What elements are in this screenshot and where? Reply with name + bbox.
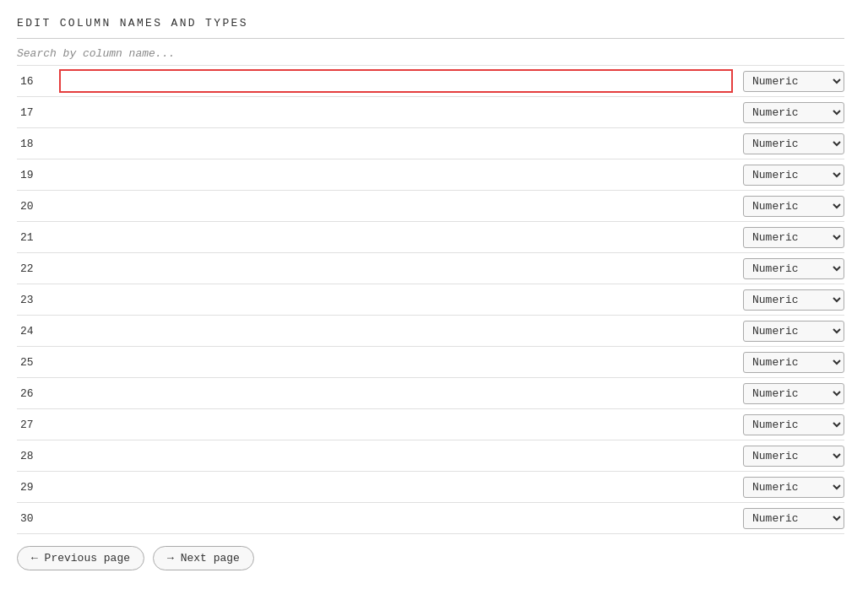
column-name-input[interactable] <box>59 319 733 343</box>
column-type-select[interactable]: NumericTextDateBoolean <box>743 446 844 467</box>
column-number: 22 <box>17 262 59 275</box>
table-row: 23NumericTextDateBoolean <box>17 284 844 316</box>
column-number: 27 <box>17 419 59 431</box>
column-name-input[interactable] <box>59 350 733 374</box>
table-row: 25NumericTextDateBoolean <box>17 347 844 378</box>
column-type-select[interactable]: NumericTextDateBoolean <box>743 102 844 123</box>
table-row: 28NumericTextDateBoolean <box>17 440 844 472</box>
column-name-input[interactable] <box>59 225 733 249</box>
column-name-input[interactable] <box>59 194 733 218</box>
columns-list: 16NumericTextDateBoolean17NumericTextDat… <box>17 65 844 534</box>
page-title: EDIT COLUMN NAMES AND TYPES <box>17 17 844 30</box>
table-row: 24NumericTextDateBoolean <box>17 316 844 347</box>
column-name-input[interactable] <box>59 475 733 499</box>
column-name-input[interactable] <box>59 163 733 186</box>
column-type-select[interactable]: NumericTextDateBoolean <box>743 71 844 92</box>
table-row: 22NumericTextDateBoolean <box>17 253 844 284</box>
column-number: 29 <box>17 481 59 494</box>
column-type-select[interactable]: NumericTextDateBoolean <box>743 321 844 342</box>
column-type-select[interactable]: NumericTextDateBoolean <box>743 414 844 435</box>
pagination: ← Previous page → Next page <box>17 546 844 570</box>
column-name-input[interactable] <box>59 413 733 436</box>
column-number: 19 <box>17 169 59 181</box>
column-number: 25 <box>17 356 59 369</box>
table-row: 19NumericTextDateBoolean <box>17 159 844 191</box>
column-type-select[interactable]: NumericTextDateBoolean <box>743 477 844 498</box>
column-type-select[interactable]: NumericTextDateBoolean <box>743 165 844 186</box>
column-type-select[interactable]: NumericTextDateBoolean <box>743 289 844 311</box>
table-row: 27NumericTextDateBoolean <box>17 409 844 440</box>
search-label: Search by column name... <box>17 47 844 60</box>
column-name-input[interactable] <box>59 506 733 530</box>
column-name-input[interactable] <box>59 288 733 311</box>
column-name-input[interactable] <box>59 257 733 280</box>
table-row: 21NumericTextDateBoolean <box>17 222 844 253</box>
table-row: 17NumericTextDateBoolean <box>17 97 844 128</box>
column-name-input[interactable] <box>59 69 733 93</box>
column-name-input[interactable] <box>59 381 733 405</box>
column-number: 17 <box>17 106 59 119</box>
column-type-select[interactable]: NumericTextDateBoolean <box>743 352 844 373</box>
table-row: 29NumericTextDateBoolean <box>17 472 844 503</box>
column-type-select[interactable]: NumericTextDateBoolean <box>743 383 844 404</box>
main-container: EDIT COLUMN NAMES AND TYPES Search by co… <box>17 17 844 570</box>
table-row: 26NumericTextDateBoolean <box>17 378 844 409</box>
column-number: 30 <box>17 512 59 525</box>
table-row: 30NumericTextDateBoolean <box>17 503 844 534</box>
column-type-select[interactable]: NumericTextDateBoolean <box>743 133 844 154</box>
table-row: 18NumericTextDateBoolean <box>17 128 844 159</box>
prev-page-button[interactable]: ← Previous page <box>17 546 144 570</box>
column-number: 18 <box>17 138 59 150</box>
column-number: 16 <box>17 75 59 88</box>
next-page-button[interactable]: → Next page <box>153 546 254 570</box>
column-name-input[interactable] <box>59 132 733 155</box>
column-number: 26 <box>17 387 59 400</box>
column-number: 24 <box>17 325 59 338</box>
column-number: 21 <box>17 231 59 244</box>
column-type-select[interactable]: NumericTextDateBoolean <box>743 196 844 217</box>
table-row: 16NumericTextDateBoolean <box>17 65 844 97</box>
table-row: 20NumericTextDateBoolean <box>17 191 844 222</box>
column-type-select[interactable]: NumericTextDateBoolean <box>743 258 844 279</box>
column-type-select[interactable]: NumericTextDateBoolean <box>743 227 844 248</box>
column-name-input[interactable] <box>59 444 733 467</box>
column-number: 20 <box>17 200 59 213</box>
column-number: 28 <box>17 450 59 462</box>
column-number: 23 <box>17 294 59 306</box>
column-type-select[interactable]: NumericTextDateBoolean <box>743 508 844 529</box>
top-divider <box>17 38 844 39</box>
column-name-input[interactable] <box>59 100 733 124</box>
